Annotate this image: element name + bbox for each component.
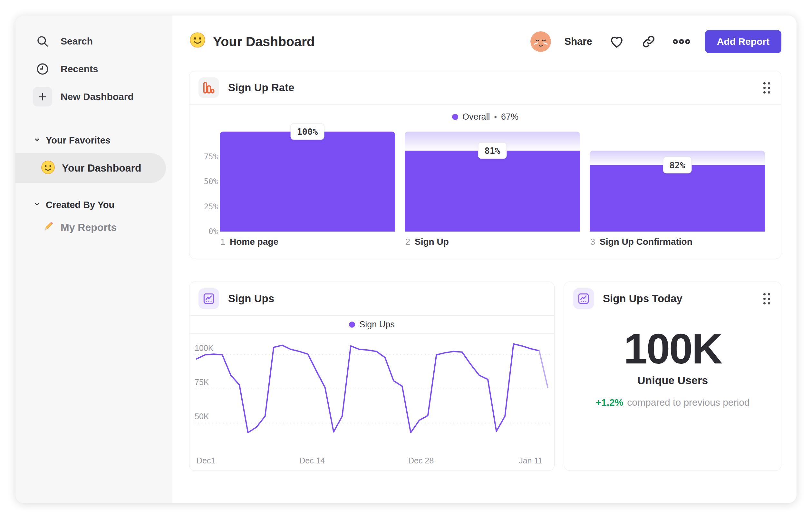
add-report-button[interactable]: Add Report — [705, 30, 781, 53]
step-name: Sign Up Confirmation — [600, 237, 692, 247]
legend-separator: • — [494, 113, 497, 121]
page-title: Your Dashboard — [189, 32, 315, 52]
x-axis-label: Jan 11 — [519, 456, 542, 465]
share-button[interactable]: Share — [564, 36, 592, 47]
funnel-bar-sign-up[interactable]: 81%2Sign Up — [405, 132, 580, 232]
line-plot: 100K75K50KDec1Dec 14Dec 28Jan 11 — [190, 334, 554, 467]
line-chart-icon — [573, 288, 594, 309]
sidebar-item-new-dashboard[interactable]: New Dashboard — [16, 83, 172, 111]
page-title-text: Your Dashboard — [213, 34, 315, 49]
stat-label: Unique Users — [637, 374, 708, 387]
sidebar-item-label: Recents — [61, 63, 98, 75]
y-axis-label: 50K — [195, 412, 209, 421]
sign-ups-line-chart: 100K75K50KDec1Dec 14Dec 28Jan 11 — [195, 336, 550, 466]
funnel-value-badge: 82% — [663, 157, 692, 173]
main-content: Your Dashboard Share — [172, 16, 796, 503]
section-label: Your Favorites — [46, 135, 111, 146]
stat-value: 100K — [624, 324, 722, 374]
chevron-down-icon — [33, 136, 40, 144]
step-number: 3 — [590, 237, 595, 247]
x-axis-label: Dec 14 — [299, 456, 325, 465]
second-row: Sign Ups Sign Ups 100K75K50KDec1Dec 14De… — [189, 281, 781, 471]
card-header: Sign Ups Today — [564, 282, 781, 316]
funnel-ytick-label: 0% — [208, 227, 218, 236]
funnel-bar-fill — [220, 132, 395, 232]
sign-ups-card: Sign Ups Sign Ups 100K75K50KDec1Dec 14De… — [189, 281, 555, 471]
card-header: Sign Up Rate — [190, 71, 781, 105]
legend-series-name: Sign Ups — [359, 320, 395, 330]
legend-overall-value: 67% — [501, 112, 518, 122]
step-name: Home page — [230, 237, 279, 247]
sign-up-rate-card: Sign Up Rate Overall • 67% 75%50%25%0% 1… — [189, 71, 781, 259]
funnel-bar-fill — [405, 151, 580, 232]
y-axis-label: 75K — [195, 378, 209, 387]
sidebar-item-your-dashboard-selected[interactable]: Your Dashboard — [16, 153, 166, 183]
favorite-heart-icon[interactable] — [609, 34, 625, 49]
search-icon — [32, 31, 53, 52]
card-title: Sign Up Rate — [228, 82, 294, 94]
clock-icon — [32, 59, 53, 79]
delta-note: compared to previous period — [627, 397, 750, 408]
plus-icon — [33, 87, 52, 106]
x-axis-label: Dec 28 — [408, 456, 434, 465]
line-series-incomplete-period — [539, 351, 548, 388]
legend-series-name: Overall — [462, 112, 490, 122]
app-window: Search Recents New Dashboard — [16, 16, 796, 503]
line-chart-icon — [199, 288, 219, 309]
y-axis-label: 100K — [195, 344, 214, 352]
delta-percent: +1.2% — [596, 397, 623, 408]
section-your-favorites[interactable]: Your Favorites — [16, 133, 172, 147]
funnel-plot-area: 75%50%25%0% 100%1Home page81%2Sign Up82%… — [190, 122, 781, 232]
funnel-ytick-label: 25% — [204, 202, 218, 211]
funnel-plot: 100%1Home page81%2Sign Up82%3Sign Up Con… — [220, 132, 765, 232]
drag-handle-icon[interactable] — [761, 291, 772, 306]
line-series — [197, 344, 539, 432]
smiley-emoji — [189, 32, 206, 52]
card-header: Sign Ups — [190, 282, 554, 316]
dashboard-header: Your Dashboard Share — [189, 29, 781, 54]
smiley-emoji — [40, 160, 55, 176]
legend-dot — [452, 114, 458, 120]
chevron-down-icon — [33, 200, 40, 209]
sidebar-item-label: My Reports — [61, 222, 117, 234]
sign-ups-today-card: Sign Ups Today 100K Unique Users +1.2% c… — [564, 281, 781, 471]
step-number: 2 — [405, 237, 410, 247]
funnel-step-label: 3Sign Up Confirmation — [590, 237, 692, 247]
step-name: Sign Up — [415, 237, 449, 247]
funnel-value-badge: 81% — [478, 142, 507, 159]
funnel-bar-home-page[interactable]: 100%1Home page — [220, 132, 395, 232]
legend-dot — [349, 322, 355, 328]
funnel-y-axis: 75%50%25%0% — [199, 132, 220, 232]
section-created-by-you[interactable]: Created By You — [16, 198, 172, 212]
funnel-bar-fill — [590, 165, 765, 232]
sidebar-item-my-reports[interactable]: My Reports — [16, 214, 172, 240]
sidebar-item-label: New Dashboard — [61, 91, 134, 102]
sidebar: Search Recents New Dashboard — [16, 16, 172, 503]
stat-delta: +1.2% compared to previous period — [596, 397, 750, 408]
card-title: Sign Ups Today — [603, 293, 683, 305]
step-number: 1 — [221, 237, 225, 247]
funnel-step-label: 2Sign Up — [405, 237, 449, 247]
section-label: Created By You — [46, 200, 114, 210]
drag-handle-icon[interactable] — [761, 80, 772, 96]
funnel-value-badge: 100% — [290, 124, 324, 140]
funnel-ytick-label: 50% — [204, 177, 218, 186]
sidebar-item-search[interactable]: Search — [16, 27, 172, 55]
header-actions: Share Add Report — [530, 30, 782, 53]
sidebar-item-recents[interactable]: Recents — [16, 55, 172, 83]
funnel-step-label: 1Home page — [221, 237, 279, 247]
stat-body: 100K Unique Users +1.2% compared to prev… — [564, 316, 781, 408]
pencil-emoji — [41, 220, 55, 235]
avatar[interactable] — [530, 31, 551, 52]
copy-link-icon[interactable] — [641, 34, 656, 49]
more-options-icon[interactable] — [673, 37, 690, 46]
funnel-chart-icon — [199, 77, 219, 98]
sidebar-item-label: Your Dashboard — [62, 162, 141, 174]
sidebar-item-label: Search — [61, 36, 93, 47]
funnel-ytick-label: 75% — [204, 152, 218, 161]
card-title: Sign Ups — [228, 293, 274, 305]
x-axis-label: Dec1 — [197, 456, 215, 465]
funnel-legend[interactable]: Overall • 67% — [190, 112, 781, 122]
line-legend[interactable]: Sign Ups — [190, 316, 554, 334]
funnel-bar-sign-up-confirmation[interactable]: 82%3Sign Up Confirmation — [590, 132, 765, 232]
